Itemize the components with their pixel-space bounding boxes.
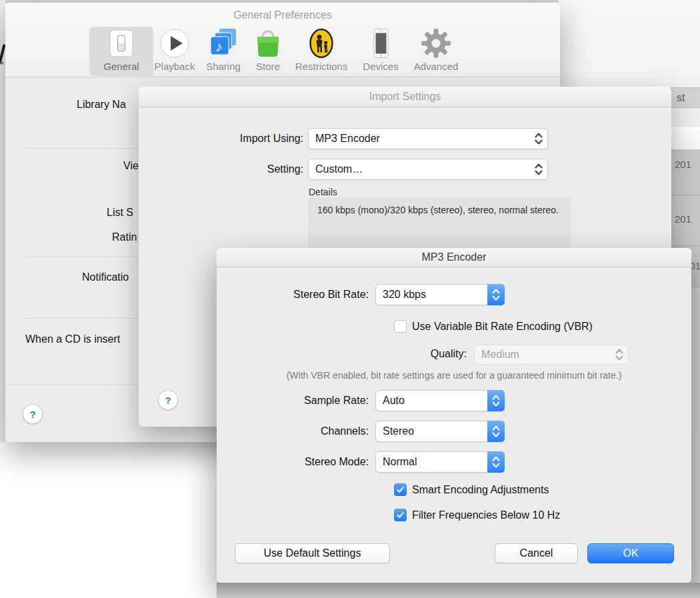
toolbar-item-label: General	[103, 61, 139, 72]
stereo-mode-select[interactable]: Normal	[375, 451, 505, 473]
help-button[interactable]: ?	[23, 404, 43, 424]
background-bottom-area	[217, 583, 700, 598]
mp3-encoder-dialog: MP3 Encoder Stereo Bit Rate: 320 kbps Us…	[217, 248, 691, 583]
general-preferences-titlebar[interactable]: General Preferences General Playback	[5, 3, 560, 77]
use-default-settings-button[interactable]: Use Default Settings	[235, 543, 390, 563]
cancel-button[interactable]: Cancel	[495, 543, 578, 563]
setting-select[interactable]: Custom…	[308, 159, 548, 180]
popup-chevrons-icon	[611, 345, 628, 364]
popup-chevrons-icon	[530, 129, 547, 149]
stereo-bit-rate-label: Stereo Bit Rate:	[217, 284, 369, 305]
vbr-checkbox[interactable]	[394, 320, 407, 333]
playlist-toggle-button[interactable]: st	[668, 87, 700, 108]
sample-rate-value: Auto	[376, 395, 487, 407]
import-using-value: MP3 Encoder	[309, 133, 530, 145]
background-artwork-fragment	[1, 61, 3, 65]
dialog-title: MP3 Encoder	[422, 251, 487, 263]
background-left-strip	[0, 0, 5, 442]
quality-value: Medium	[475, 349, 611, 361]
vbr-note: (With VBR enabled, bit rate settings are…	[217, 370, 691, 381]
gear-icon	[421, 27, 451, 59]
play-circle-icon	[159, 27, 190, 59]
details-label: Details	[309, 187, 337, 197]
toolbar-item-label: Playback	[155, 61, 195, 72]
stereo-mode-label: Stereo Mode:	[217, 451, 369, 473]
toolbar-item-label: Advanced	[414, 61, 459, 72]
stereo-bit-rate-select[interactable]: 320 kbps	[375, 284, 505, 305]
iphone-icon	[365, 27, 396, 59]
sample-rate-select[interactable]: Auto	[375, 390, 505, 411]
toolbar-item-label: Devices	[363, 61, 398, 72]
channels-label: Channels:	[217, 421, 369, 442]
smart-encoding-checkbox[interactable]	[394, 483, 407, 496]
quality-label: Quality:	[350, 344, 467, 364]
toolbar-item-advanced[interactable]: Advanced	[404, 27, 468, 76]
ratings-label: Ratin	[112, 231, 137, 243]
notifications-label: Notificatio	[82, 271, 129, 283]
checkmark-icon	[396, 511, 405, 519]
shopping-bag-icon	[253, 27, 283, 59]
mp3-encoder-titlebar[interactable]: MP3 Encoder	[217, 248, 691, 267]
dialog-title: General Preferences	[5, 9, 560, 21]
filter-frequencies-label: Filter Frequencies Below 10 Hz	[412, 509, 560, 521]
toolbar-item-label: Restrictions	[295, 61, 347, 72]
svg-text:♪: ♪	[215, 39, 223, 54]
ok-button[interactable]: OK	[587, 543, 674, 563]
checkmark-icon	[396, 485, 405, 494]
toolbar-item-label: Store	[256, 61, 280, 72]
stereo-mode-value: Normal	[376, 456, 487, 468]
popup-chevrons-icon	[487, 421, 505, 442]
toolbar-item-devices[interactable]: Devices	[349, 27, 413, 76]
light-switch-icon	[107, 27, 136, 59]
import-using-label: Import Using:	[143, 128, 303, 149]
import-using-select[interactable]: MP3 Encoder	[308, 128, 548, 149]
song-row-year: 201	[675, 213, 691, 225]
popup-chevrons-icon	[530, 159, 547, 179]
list-size-label: List S	[107, 207, 133, 219]
sample-rate-label: Sample Rate:	[217, 390, 369, 411]
quality-select: Medium	[474, 345, 629, 365]
popup-chevrons-icon	[487, 451, 505, 473]
channels-value: Stereo	[376, 425, 487, 437]
channels-select[interactable]: Stereo	[375, 421, 505, 442]
toolbar-item-restrictions[interactable]: Restrictions	[289, 27, 353, 76]
popup-chevrons-icon	[487, 284, 505, 305]
import-settings-titlebar[interactable]: Import Settings	[139, 87, 671, 107]
help-button-label: ?	[165, 395, 171, 406]
help-button[interactable]: ?	[158, 390, 178, 410]
dialog-title: Import Settings	[369, 91, 441, 103]
views-label: Vie	[123, 160, 139, 172]
popup-chevrons-icon	[487, 390, 505, 411]
smart-encoding-label: Smart Encoding Adjustments	[412, 483, 549, 496]
filter-frequencies-checkbox[interactable]	[394, 509, 407, 521]
details-text: 160 kbps (mono)/320 kbps (stereo), stere…	[308, 197, 571, 223]
sharing-music-icon: ♪	[208, 27, 239, 59]
library-name-label: Library Na	[77, 99, 126, 111]
when-cd-inserted-label: When a CD is insert	[25, 333, 120, 345]
help-button-label: ?	[29, 409, 35, 420]
song-row-year: 201	[675, 159, 691, 170]
parental-restrictions-icon	[306, 27, 337, 59]
setting-label: Setting:	[143, 159, 303, 180]
playlist-toggle-label: st	[677, 92, 685, 104]
vbr-checkbox-label: Use Variable Bit Rate Encoding (VBR)	[412, 320, 593, 333]
setting-value: Custom…	[309, 163, 530, 175]
stereo-bit-rate-value: 320 kbps	[376, 289, 487, 301]
